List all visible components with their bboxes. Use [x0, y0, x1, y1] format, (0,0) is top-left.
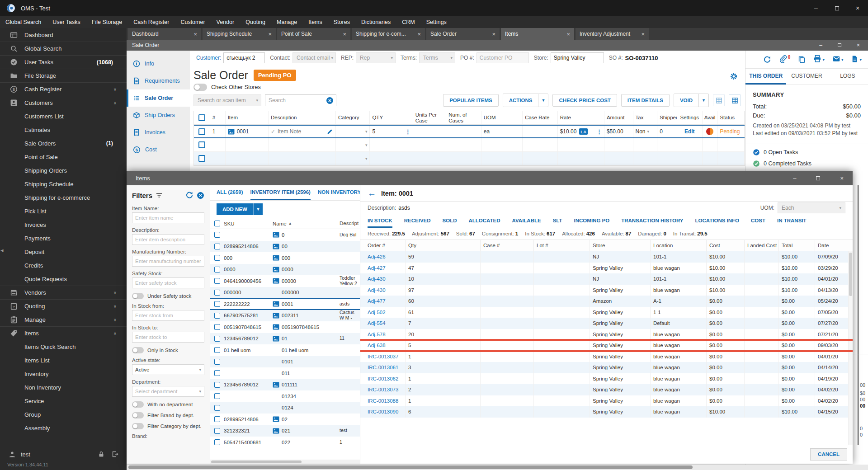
sale-order-nav-item[interactable]: Info [127, 55, 190, 72]
row-checkbox[interactable] [214, 267, 220, 273]
email-icon[interactable]: ▾ [832, 55, 844, 64]
item-list-row[interactable]: 5054715400681 022 1 [210, 437, 360, 448]
sidebar-item[interactable]: Shipping Schedule [0, 177, 127, 191]
gear-icon[interactable] [730, 72, 738, 82]
table-row[interactable]: Adj-554 7 Spring Valley Default $0.00 $0… [360, 318, 853, 329]
item-list-row[interactable]: 028995214806 00 [210, 241, 360, 253]
sidebar-item[interactable]: Shipping Orders [0, 164, 127, 177]
document-tab[interactable]: Inventory Adjustment × [576, 28, 649, 40]
sidebar-item[interactable]: Assembly [0, 421, 127, 435]
terms-select[interactable]: Terms▾ [419, 52, 455, 63]
close-tab-icon[interactable]: × [417, 31, 421, 38]
close-tab-icon[interactable]: × [566, 31, 570, 38]
empty-order-row[interactable]: ▾ [194, 138, 745, 152]
item-detail-tab[interactable]: AVAILABLE [512, 214, 541, 228]
category-by-dept-toggle[interactable] [132, 423, 144, 429]
close-tab-icon[interactable]: × [193, 31, 197, 38]
item-list-row[interactable]: 123456789012 01 11 [210, 333, 360, 345]
table-row[interactable]: Adj-430 10 NJ 101-1 $10.00 $10.00 04/01/… [360, 273, 853, 285]
item-detail-tab[interactable]: ALLOCATED [469, 214, 500, 228]
sidebar-item[interactable]: Pick List [0, 204, 127, 218]
logout-icon[interactable] [111, 451, 118, 458]
sidebar-item[interactable]: Point of Sale [0, 150, 127, 164]
item-name-input[interactable] [132, 212, 204, 223]
table-row[interactable]: IRC-0013062 1 Spring Valley blue wagan $… [360, 373, 853, 385]
item-list-row[interactable]: 000 000 [210, 252, 360, 264]
document-tab[interactable]: Point of Sale × [277, 28, 350, 40]
description-input[interactable] [132, 234, 204, 245]
customer-field[interactable] [223, 52, 265, 63]
order-item-row[interactable]: 1 0001 ✓Item Note ▾ 5⋮ ea $10.00LA⋮ $50.… [194, 125, 745, 138]
row-checkbox[interactable] [214, 428, 220, 434]
items-list-tab[interactable]: NON INVENTORY ITEM ( [318, 185, 360, 200]
menu-item[interactable]: Stores [334, 19, 350, 25]
add-new-dropdown-icon[interactable]: ▼ [253, 203, 263, 215]
menu-item[interactable]: Global Search [5, 19, 41, 25]
safety-stock-input[interactable] [132, 277, 204, 288]
actions-button[interactable]: ACTIONS [503, 94, 538, 107]
row-checkbox[interactable] [214, 393, 220, 399]
grid-settings-icon[interactable] [729, 94, 741, 106]
table-row[interactable]: Adj-430 97 Spring Valley blue wagan $10.… [360, 285, 853, 296]
menu-item[interactable]: Items [308, 19, 322, 25]
item-list-row[interactable]: 123456789012 011111 [210, 379, 360, 391]
edit-settings-link[interactable]: Edit [684, 128, 695, 135]
minimize-button[interactable]: – [819, 42, 822, 48]
row-checkbox[interactable] [214, 255, 220, 261]
print-icon[interactable]: ▾ [813, 55, 825, 64]
refresh-filters-icon[interactable] [185, 191, 193, 199]
clear-filters-icon[interactable] [197, 192, 204, 199]
sidebar-item[interactable]: Credits [0, 258, 127, 272]
manufacturing-number-input[interactable] [132, 256, 204, 267]
item-detail-tab[interactable]: LOCATIONS INFO [695, 214, 740, 228]
row-checkbox[interactable] [214, 416, 220, 422]
row-checkbox[interactable] [198, 128, 205, 135]
row-checkbox[interactable] [214, 301, 220, 307]
sidebar-item[interactable]: Invoices [0, 218, 127, 231]
side-panel-tab[interactable]: LOGS [827, 69, 868, 85]
order-link[interactable]: IRC-0013073 [368, 387, 398, 392]
sale-order-nav-item[interactable]: Requirements [127, 72, 190, 89]
restore-button[interactable] [826, 0, 847, 16]
row-checkbox[interactable] [214, 232, 220, 238]
store-field[interactable] [551, 52, 604, 63]
sidebar-collapse-arrow[interactable]: ◂ [0, 247, 4, 254]
refresh-icon[interactable] [763, 56, 771, 64]
sidebar-item[interactable]: Service [0, 394, 127, 408]
menu-item[interactable]: Cash Register [133, 19, 169, 25]
void-button[interactable]: VOID [674, 94, 698, 107]
horizontal-scrollbar[interactable] [210, 460, 360, 464]
row-checkbox[interactable] [214, 347, 220, 353]
sidebar-item[interactable]: User Tasks (1068) [0, 55, 127, 69]
side-panel-tab[interactable]: THIS ORDER [745, 69, 786, 85]
document-tab[interactable]: Sale Order × [426, 28, 500, 40]
table-row[interactable]: Adj-477 60 Amazon A-1 $0.00 $0.00 05/24/… [360, 296, 853, 307]
table-row[interactable]: Adj-502 61 Spring Valley 1-1 $0.00 $0.00… [360, 307, 853, 318]
item-detail-tab[interactable]: SLT [553, 214, 562, 228]
order-link[interactable]: Adj-426 [368, 254, 386, 259]
sidebar-item[interactable]: Shipping for e-commerce [0, 191, 127, 204]
menu-item[interactable]: Manage [277, 19, 297, 25]
items-list-tab[interactable]: INVENTORY ITEM (2596) [250, 185, 311, 200]
document-tab[interactable]: Dashboard × [128, 28, 201, 40]
only-in-stock-toggle[interactable] [132, 347, 144, 353]
customer-po-field[interactable] [476, 52, 529, 63]
row-checkbox[interactable] [214, 313, 220, 319]
row-checkbox[interactable] [214, 382, 220, 388]
item-list-row[interactable]: 0124 [210, 402, 360, 414]
close-tab-icon[interactable]: × [268, 31, 272, 38]
order-link[interactable]: IRC-0013090 [368, 409, 398, 414]
order-link[interactable]: IRC-0013061 [368, 365, 398, 370]
under-safety-stock-toggle[interactable] [132, 293, 144, 299]
sidebar-item[interactable]: Items List [0, 353, 127, 367]
check-other-stores-toggle[interactable] [193, 84, 207, 91]
sidebar-item[interactable]: Deposit [0, 245, 127, 258]
item-list-row[interactable]: 222222222 0001 asds [210, 298, 360, 310]
close-tab-icon[interactable]: × [492, 31, 495, 38]
in-stock-from-input[interactable] [132, 310, 204, 321]
item-detail-tab[interactable]: RECEIVED [404, 214, 431, 228]
minimize-button[interactable]: – [793, 175, 796, 182]
sidebar-item[interactable]: File Storage [0, 69, 127, 82]
actions-dropdown-icon[interactable]: ▼ [538, 94, 548, 107]
menu-item[interactable]: Settings [426, 19, 447, 25]
